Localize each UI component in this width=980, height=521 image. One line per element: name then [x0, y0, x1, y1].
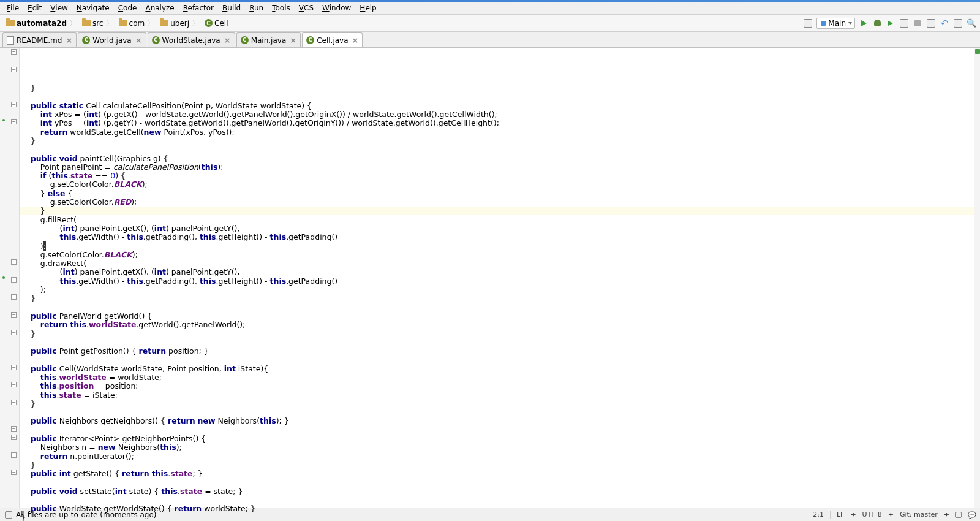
- fold-toggle[interactable]: −: [11, 259, 17, 265]
- fold-toggle[interactable]: −: [11, 382, 17, 387]
- class-icon: C: [306, 36, 314, 44]
- file-icon: [7, 36, 14, 45]
- class-icon: C: [205, 19, 213, 27]
- menubar: File Edit View Navigate Code Analyze Ref…: [0, 2, 980, 15]
- inspection-ok-icon: [975, 49, 980, 54]
- folder-icon: [160, 20, 168, 26]
- class-icon: C: [152, 36, 160, 44]
- menu-analyze[interactable]: Analyze: [141, 2, 178, 13]
- fold-toggle[interactable]: −: [11, 294, 17, 300]
- folder-icon: [82, 20, 91, 26]
- stop-button[interactable]: [913, 18, 922, 28]
- close-icon[interactable]: ×: [66, 36, 72, 45]
- fold-toggle[interactable]: −: [11, 312, 17, 318]
- menu-build[interactable]: Build: [218, 2, 245, 13]
- class-icon: C: [241, 36, 249, 44]
- menu-edit[interactable]: Edit: [23, 2, 46, 13]
- menu-help[interactable]: Help: [355, 2, 380, 13]
- menu-tools[interactable]: Tools: [268, 2, 295, 13]
- fold-toggle[interactable]: −: [11, 102, 17, 107]
- breadcrumbs: automata2d〉 src〉 com〉 uberj〉 CCell: [4, 18, 230, 28]
- fold-toggle[interactable]: −: [11, 470, 17, 475]
- menu-run[interactable]: Run: [245, 2, 268, 13]
- fold-toggle[interactable]: −: [11, 330, 17, 335]
- change-marker: [2, 276, 5, 279]
- tab-readme[interactable]: README.md×: [2, 32, 77, 47]
- folder-icon: [6, 20, 15, 26]
- tab-world[interactable]: CWorld.java×: [78, 32, 146, 47]
- folder-icon: [119, 20, 127, 26]
- tab-main[interactable]: CMain.java×: [236, 32, 301, 47]
- change-marker: [2, 119, 5, 121]
- code-text: } public static Cell calculateCellPositi…: [21, 84, 980, 521]
- fold-toggle[interactable]: −: [11, 119, 17, 124]
- build-icon[interactable]: [803, 18, 813, 28]
- menu-window[interactable]: Window: [318, 2, 355, 13]
- tab-cell[interactable]: CCell.java×: [302, 32, 363, 47]
- fold-toggle[interactable]: −: [11, 49, 17, 55]
- fold-toggle[interactable]: −: [11, 277, 17, 283]
- class-icon: C: [82, 36, 90, 44]
- close-icon[interactable]: ×: [224, 36, 231, 45]
- menu-refactor[interactable]: Refactor: [179, 2, 218, 13]
- toolbar: automata2d〉 src〉 com〉 uberj〉 CCell Main …: [0, 15, 980, 32]
- close-icon[interactable]: ×: [135, 36, 142, 45]
- code-area[interactable]: } public static Cell calculateCellPositi…: [20, 48, 980, 508]
- fold-toggle[interactable]: −: [11, 365, 17, 370]
- attach-button[interactable]: [926, 18, 936, 28]
- breadcrumb-src[interactable]: src〉: [80, 18, 115, 28]
- breadcrumb-project[interactable]: automata2d〉: [4, 18, 78, 28]
- fold-toggle[interactable]: −: [11, 435, 17, 440]
- menu-vcs[interactable]: VCS: [295, 2, 318, 13]
- editor-tabs: README.md× CWorld.java× CWorldState.java…: [0, 32, 980, 48]
- gutter[interactable]: −−−−−−−−−−−−−−−−: [0, 48, 20, 508]
- breadcrumb-uberj[interactable]: uberj〉: [157, 18, 201, 28]
- menu-view[interactable]: View: [46, 2, 72, 13]
- vcs-commit-button[interactable]: [953, 18, 963, 28]
- run-button[interactable]: [859, 18, 869, 28]
- close-icon[interactable]: ×: [352, 36, 359, 45]
- breadcrumb-class[interactable]: CCell: [202, 18, 230, 28]
- run-config-selector[interactable]: Main: [816, 18, 855, 29]
- toolbar-right: Main ↶ 🔍: [803, 18, 976, 29]
- vcs-update-button[interactable]: ↶: [940, 18, 949, 28]
- profile-button[interactable]: [899, 18, 909, 28]
- menu-navigate[interactable]: Navigate: [72, 2, 114, 13]
- fold-toggle[interactable]: −: [11, 400, 17, 405]
- fold-toggle[interactable]: −: [11, 426, 17, 432]
- editor: −−−−−−−−−−−−−−−− } public static Cell ca…: [0, 48, 980, 508]
- debug-button[interactable]: [872, 18, 882, 28]
- status-icon[interactable]: [5, 511, 12, 519]
- fold-toggle[interactable]: −: [11, 67, 17, 72]
- menu-file[interactable]: File: [2, 2, 23, 13]
- search-everywhere-button[interactable]: 🔍: [967, 18, 976, 28]
- menu-code[interactable]: Code: [114, 2, 141, 13]
- fold-toggle[interactable]: −: [11, 452, 17, 458]
- run-coverage-button[interactable]: [886, 18, 895, 28]
- breadcrumb-com[interactable]: com〉: [116, 18, 157, 28]
- close-icon[interactable]: ×: [290, 36, 296, 45]
- tab-worldstate[interactable]: CWorldState.java×: [148, 32, 235, 47]
